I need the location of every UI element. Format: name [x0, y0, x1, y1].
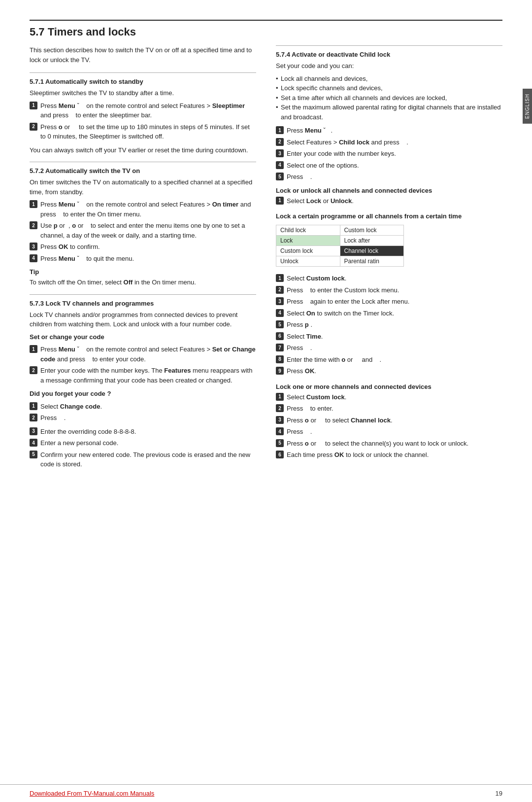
step-572-4: 4 Press Menu ˇ to quit the menu.	[30, 254, 256, 264]
step-badge-4: 4	[276, 309, 284, 317]
bullet-1: Lock all channels and devices,	[276, 74, 502, 84]
step-badge-8: 8	[276, 355, 284, 363]
lockprog-step-1: 1 Select Custom lock.	[276, 274, 502, 283]
step-574-1: 1 Press Menu ˇ .	[276, 126, 502, 136]
menu-table-container: Child lock Custom lock Lock Lock after C…	[276, 225, 502, 267]
tip-box: Tip To switch off the On timer, select O…	[30, 268, 256, 287]
bullet-4: Set the maximum allowed parental rating …	[276, 103, 502, 122]
steps-574: 1 Press Menu ˇ . 2 Select Features > Chi…	[276, 126, 502, 182]
set-code-step-2: 2 Enter your code with the number keys. …	[30, 366, 256, 385]
footer-link[interactable]: Downloaded From TV-Manual.com Manuals	[30, 790, 154, 797]
step-badge-2: 2	[30, 414, 37, 421]
step-badge-1: 1	[276, 197, 284, 205]
table-header-row: Child lock Custom lock	[276, 225, 404, 236]
subtitle-572: 5.7.2 Automatically switch the TV on	[30, 167, 256, 174]
subsection-574-intro: Set your code and you can:	[276, 61, 502, 71]
step-badge-6: 6	[276, 451, 284, 458]
lock-all-step-1: 1 Select Lock or Unlock.	[276, 196, 502, 206]
subtitle-573: 5.7.3 Lock TV channels and programmes	[30, 300, 256, 307]
bullet-2: Lock specific channels and devices,	[276, 83, 502, 93]
step-571-1: 1 Press Menu ˇ on the remote control and…	[30, 101, 256, 120]
step-badge-2: 2	[276, 138, 284, 146]
lock-prog-header: Lock a certain programme or all channels…	[276, 212, 502, 220]
step-badge-1: 1	[30, 102, 37, 109]
step-badge-1: 1	[30, 200, 37, 208]
lock-all-steps: 1 Select Lock or Unlock.	[276, 196, 502, 206]
lockprog-step-7: 7 Press .	[276, 343, 502, 353]
step-badge-9: 9	[276, 367, 284, 375]
lock-all-header: Lock or unlock all channels and connecte…	[276, 187, 502, 194]
right-column: 5.7.4 Activate or deactivate Child lock …	[276, 45, 502, 476]
step-badge-3: 3	[30, 427, 37, 435]
subsection-571: 5.7.1 Automatically switch to standby Sl…	[30, 72, 256, 155]
main-content: This section describes how to switch the…	[30, 45, 502, 476]
lock-channels-steps: 1 Select Custom lock. 2 Press to enter. …	[276, 392, 502, 460]
step-badge-5: 5	[276, 320, 284, 328]
left-column: This section describes how to switch the…	[30, 45, 256, 476]
step-badge-3: 3	[276, 297, 284, 305]
lock-channels-header: Lock one or more channels and connected …	[276, 383, 502, 390]
sidebar-language-tab: ENGLISH	[523, 89, 532, 124]
sidebar-label: ENGLISH	[525, 94, 530, 119]
step-badge-1: 1	[276, 274, 284, 282]
step-571-2: 2 Press o or to set the time up to 180 m…	[30, 122, 256, 141]
lockprog-step-8: 8 Enter the time with o or and .	[276, 355, 502, 365]
subsection-571-intro: Sleeptimer switches the TV to standby af…	[30, 88, 256, 98]
step-badge-4: 4	[276, 161, 284, 169]
tip-text: To switch off the On timer, select Off i…	[30, 278, 256, 287]
step-574-5: 5 Press .	[276, 172, 502, 182]
section-intro: This section describes how to switch the…	[30, 45, 256, 65]
tip-title: Tip	[30, 268, 256, 276]
lockchan-step-1: 1 Select Custom lock.	[276, 392, 502, 402]
bullet-3: Set a time after which all channels and …	[276, 93, 502, 103]
table-cell-customlock: Custom lock	[276, 246, 340, 256]
subsection-572: 5.7.2 Automatically switch the TV on On …	[30, 162, 256, 287]
step-badge-6: 6	[276, 332, 284, 340]
page: ENGLISH 5.7 Timers and locks This sectio…	[0, 0, 532, 802]
set-code-step-1: 1 Press Menu ˇ on the remote control and…	[30, 345, 256, 364]
table-cell-unlock: Unlock	[276, 256, 340, 267]
override-steps: 3 Enter the overriding code 8-8-8-8. 4 E…	[30, 427, 256, 469]
steps-572: 1 Press Menu ˇ on the remote control and…	[30, 200, 256, 263]
forgot-steps: 1 Select Change code. 2 Press .	[30, 402, 256, 423]
subtitle-574: 5.7.4 Activate or deactivate Child lock	[276, 51, 502, 58]
set-code-header: Set or change your code	[30, 332, 256, 342]
subsection-571-extra: You can always switch off your TV earlie…	[30, 145, 256, 155]
step-badge-2: 2	[30, 221, 37, 229]
override-step-3: 5 Confirm your new entered code. The pre…	[30, 450, 256, 469]
forgot-step-2: 2 Press .	[30, 413, 256, 423]
table-header-col2: Custom lock	[340, 225, 404, 236]
footer: Downloaded From TV-Manual.com Manuals 19	[0, 784, 532, 802]
step-badge-2: 2	[30, 366, 37, 374]
step-badge-3: 3	[276, 149, 284, 157]
subsection-572-intro: On timer switches the TV on automaticall…	[30, 177, 256, 197]
step-badge-5: 5	[276, 173, 284, 180]
lockprog-step-4: 4 Select On to switch on the Timer lock.	[276, 309, 502, 318]
subsection-573-intro: Lock TV channels and/or programmes from …	[30, 310, 256, 329]
subtitle-571: 5.7.1 Automatically switch to standby	[30, 78, 256, 85]
table-cell-lockafter: Lock after	[340, 236, 404, 246]
lockchan-step-6: 6 Each time press OK to lock or unlock t…	[276, 450, 502, 460]
lockprog-step-9: 9 Press OK.	[276, 366, 502, 376]
table-cell-channellock: Channel lock	[340, 246, 404, 256]
step-badge-7: 7	[276, 344, 284, 351]
step-badge-1: 1	[276, 126, 284, 134]
table-row-customlock: Custom lock Channel lock	[276, 246, 404, 256]
step-badge-2: 2	[276, 286, 284, 294]
step-574-3: 3 Enter your code with the number keys.	[276, 149, 502, 159]
subsection-573: 5.7.3 Lock TV channels and programmes Lo…	[30, 294, 256, 469]
table-row-lock: Lock Lock after	[276, 236, 404, 246]
step-badge-5: 5	[276, 439, 284, 447]
step-badge-1: 1	[276, 393, 284, 401]
step-572-3: 3 Press OK to confirm.	[30, 242, 256, 252]
step-574-2: 2 Select Features > Child lock and press…	[276, 138, 502, 147]
step-badge-4: 4	[276, 427, 284, 435]
menu-table: Child lock Custom lock Lock Lock after C…	[276, 225, 404, 267]
override-step-1: 3 Enter the overriding code 8-8-8-8.	[30, 427, 256, 437]
step-badge-2: 2	[30, 123, 37, 131]
step-badge-4: 4	[30, 439, 37, 447]
lockchan-step-4: 4 Press .	[276, 427, 502, 437]
step-574-4: 4 Select one of the options.	[276, 161, 502, 171]
lockprog-step-6: 6 Select Time.	[276, 332, 502, 342]
bullet-list-574: Lock all channels and devices, Lock spec…	[276, 74, 502, 122]
